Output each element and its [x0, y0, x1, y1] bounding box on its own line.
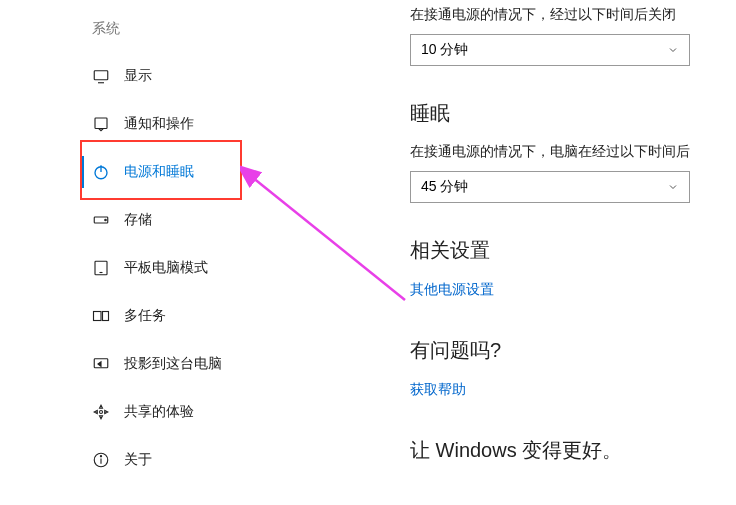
sidebar-item-label: 关于	[124, 451, 152, 469]
related-section-title: 相关设置	[410, 237, 736, 264]
sidebar-item-tablet[interactable]: 平板电脑模式	[0, 244, 280, 292]
chevron-down-icon	[667, 44, 679, 56]
notifications-icon	[92, 115, 110, 133]
chevron-down-icon	[667, 181, 679, 193]
storage-icon	[92, 211, 110, 229]
screen-off-dropdown[interactable]: 10 分钟	[410, 34, 690, 66]
other-power-link[interactable]: 其他电源设置	[410, 281, 494, 299]
sidebar-item-label: 平板电脑模式	[124, 259, 208, 277]
sidebar-item-project[interactable]: 投影到这台电脑	[0, 340, 280, 388]
svg-rect-9	[94, 312, 102, 321]
sidebar-item-label: 通知和操作	[124, 115, 194, 133]
feedback-section-title: 让 Windows 变得更好。	[410, 437, 736, 464]
sidebar-header: 系统	[0, 20, 280, 52]
sidebar-item-label: 投影到这台电脑	[124, 355, 222, 373]
sidebar-item-shared[interactable]: 共享的体验	[0, 388, 280, 436]
project-icon	[92, 355, 110, 373]
sidebar-item-notifications[interactable]: 通知和操作	[0, 100, 280, 148]
svg-point-12	[100, 411, 103, 414]
power-icon	[92, 163, 110, 181]
shared-icon	[92, 403, 110, 421]
about-icon	[92, 451, 110, 469]
sidebar-item-power-sleep[interactable]: 电源和睡眠	[0, 148, 280, 196]
multitask-icon	[92, 307, 110, 325]
svg-rect-2	[95, 118, 107, 129]
content-panel: 在接通电源的情况下，经过以下时间后关闭 10 分钟 睡眠 在接通电源的情况下，电…	[280, 0, 736, 505]
svg-point-15	[100, 456, 101, 457]
sidebar-item-label: 存储	[124, 211, 152, 229]
sleep-label: 在接通电源的情况下，电脑在经过以下时间后	[410, 143, 736, 161]
dropdown-value: 10 分钟	[421, 41, 468, 59]
sidebar-item-about[interactable]: 关于	[0, 436, 280, 484]
sleep-section-title: 睡眠	[410, 100, 736, 127]
sidebar-item-label: 多任务	[124, 307, 166, 325]
svg-point-6	[105, 219, 107, 221]
get-help-link[interactable]: 获取帮助	[410, 381, 466, 399]
sidebar: 系统 显示 通知和操作 电源和睡眠 存储	[0, 0, 280, 505]
sidebar-item-label: 共享的体验	[124, 403, 194, 421]
sidebar-item-display[interactable]: 显示	[0, 52, 280, 100]
sidebar-item-label: 电源和睡眠	[124, 163, 194, 181]
screen-off-label: 在接通电源的情况下，经过以下时间后关闭	[410, 6, 736, 24]
sleep-dropdown[interactable]: 45 分钟	[410, 171, 690, 203]
sidebar-item-multitask[interactable]: 多任务	[0, 292, 280, 340]
display-icon	[92, 67, 110, 85]
sidebar-item-label: 显示	[124, 67, 152, 85]
help-section-title: 有问题吗?	[410, 337, 736, 364]
svg-rect-0	[94, 71, 108, 80]
dropdown-value: 45 分钟	[421, 178, 468, 196]
tablet-icon	[92, 259, 110, 277]
svg-rect-10	[103, 312, 109, 321]
sidebar-item-storage[interactable]: 存储	[0, 196, 280, 244]
